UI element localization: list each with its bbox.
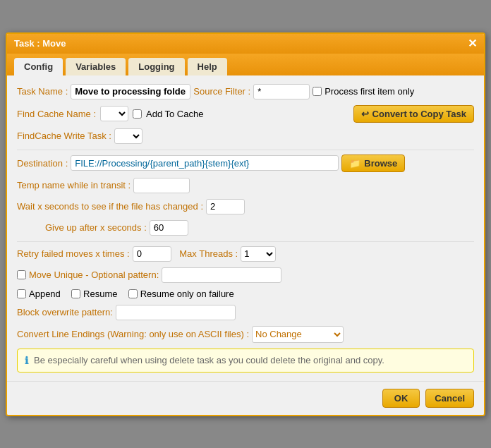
block-overwrite-input[interactable] xyxy=(116,305,236,320)
retry-row: Retry failed moves x times : Max Threads… xyxy=(17,246,474,262)
give-up-row: Give up after x seconds : xyxy=(45,220,474,236)
line-endings-row: Convert Line Endings (Warning: only use … xyxy=(17,326,474,343)
find-cache-row: Find Cache Name : Add To Cache ↩ Convert… xyxy=(17,105,474,123)
tab-help[interactable]: Help xyxy=(188,58,227,75)
move-unique-input[interactable] xyxy=(162,267,281,283)
append-resume-row: Append Resume Resume only on failure xyxy=(17,289,474,299)
resume-failure-label: Resume only on failure xyxy=(140,289,234,299)
wait-seconds-row: Wait x seconds to see if the file has ch… xyxy=(17,199,474,214)
give-up-input[interactable] xyxy=(150,220,188,236)
title-bar: Task : Move ✕ xyxy=(7,34,484,54)
folder-icon: 📁 xyxy=(349,158,360,169)
find-cache-select[interactable] xyxy=(100,106,128,121)
add-to-cache-label: Add To Cache xyxy=(146,109,203,119)
max-threads-label: Max Threads : xyxy=(179,248,238,259)
tab-variables[interactable]: Variables xyxy=(66,58,126,75)
append-label: Append xyxy=(29,289,61,299)
block-overwrite-row: Block overwrite pattern: xyxy=(17,305,474,320)
browse-btn-label: Browse xyxy=(364,158,397,169)
task-name-input[interactable] xyxy=(71,84,190,99)
task-name-label: Task Name : xyxy=(17,86,68,97)
move-unique-checkbox[interactable] xyxy=(17,270,26,279)
find-cache-inner: Find Cache Name : Add To Cache xyxy=(17,106,203,121)
dialog: Task : Move ✕ Config Variables Logging H… xyxy=(6,32,485,416)
tab-config[interactable]: Config xyxy=(14,58,63,75)
warning-text: Be especially careful when using delete … xyxy=(34,355,384,365)
temp-name-input[interactable] xyxy=(133,178,190,193)
line-endings-select[interactable]: No Change Windows (CRLF) Unix (LF) Mac (… xyxy=(252,326,344,343)
divider-2 xyxy=(17,241,474,242)
write-task-row: FindCache Write Task : xyxy=(17,128,474,144)
close-button[interactable]: ✕ xyxy=(468,38,477,49)
write-task-select[interactable] xyxy=(114,128,143,144)
browse-button[interactable]: 📁 Browse xyxy=(341,155,405,172)
write-task-label: FindCache Write Task : xyxy=(17,131,111,141)
temp-name-row: Temp name while in transit : xyxy=(17,178,474,193)
give-up-label: Give up after x seconds : xyxy=(45,222,147,233)
process-first-only-checkbox[interactable] xyxy=(313,87,322,96)
resume-failure-checkbox[interactable] xyxy=(128,289,138,298)
arrow-icon: ↩ xyxy=(361,109,369,119)
wait-seconds-input[interactable] xyxy=(206,199,245,214)
temp-name-label: Temp name while in transit : xyxy=(17,180,131,190)
block-overwrite-label: Block overwrite pattern: xyxy=(17,307,113,317)
cancel-button[interactable]: Cancel xyxy=(425,389,474,408)
wait-seconds-label: Wait x seconds to see if the file has ch… xyxy=(17,201,203,212)
append-checkbox[interactable] xyxy=(17,289,26,298)
move-unique-label: Move Unique - Optional pattern: xyxy=(29,270,159,280)
source-filter-input[interactable] xyxy=(253,84,310,99)
convert-to-copy-button[interactable]: ↩ Convert to Copy Task xyxy=(353,105,474,123)
bottom-buttons: OK Cancel xyxy=(7,381,484,415)
find-cache-label: Find Cache Name : xyxy=(17,109,96,119)
divider-1 xyxy=(17,150,474,150)
destination-row: Destination : 📁 Browse xyxy=(17,155,474,172)
warning-box: ℹ Be especially careful when using delet… xyxy=(17,349,474,373)
convert-btn-label: Convert to Copy Task xyxy=(372,109,466,119)
resume-checkbox[interactable] xyxy=(71,289,80,298)
line-endings-label: Convert Line Endings (Warning: only use … xyxy=(17,329,249,339)
move-unique-row: Move Unique - Optional pattern: xyxy=(17,267,474,283)
tab-logging[interactable]: Logging xyxy=(128,58,184,75)
config-content: Task Name : Source Filter : Process firs… xyxy=(7,75,484,381)
destination-input[interactable] xyxy=(71,155,339,171)
retry-label: Retry failed moves x times : xyxy=(17,248,130,259)
tab-bar: Config Variables Logging Help xyxy=(7,54,484,75)
max-threads-select[interactable]: 1 2 4 8 xyxy=(241,246,276,262)
destination-label: Destination : xyxy=(17,158,68,169)
source-filter-label: Source Filter : xyxy=(193,86,250,97)
process-first-only-label: Process first item only xyxy=(325,86,414,97)
add-to-cache-checkbox[interactable] xyxy=(133,109,142,119)
task-name-row: Task Name : Source Filter : Process firs… xyxy=(17,84,474,99)
ok-button[interactable]: OK xyxy=(382,389,420,408)
info-icon: ℹ xyxy=(25,355,28,366)
resume-label: Resume xyxy=(83,289,117,299)
dialog-title: Task : Move xyxy=(14,38,66,49)
retry-input[interactable] xyxy=(133,246,171,262)
